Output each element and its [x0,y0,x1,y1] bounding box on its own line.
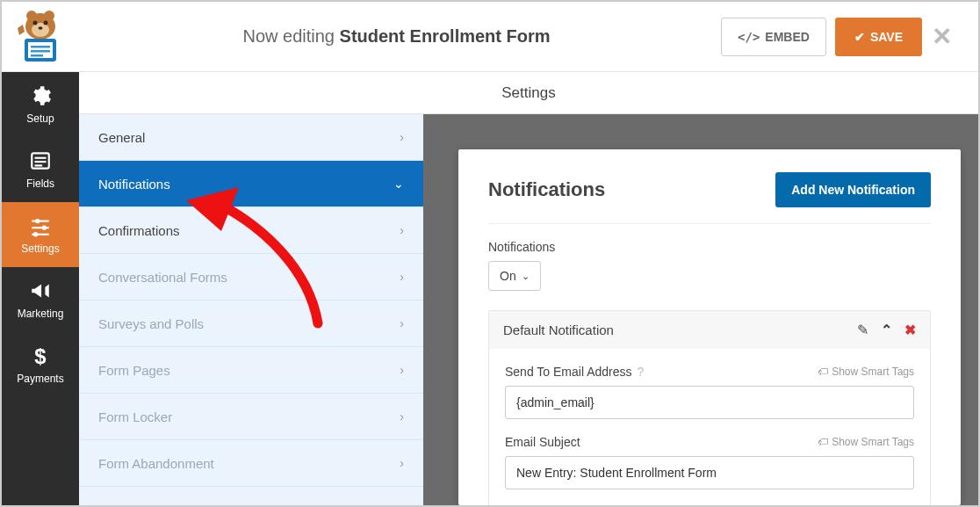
settings-item-form-pages[interactable]: Form Pages› [79,347,423,394]
svg-point-4 [33,20,38,25]
chevron-right-icon: › [400,270,404,284]
page-title: Now editing Student Enrollment Form [72,26,721,47]
smart-tags-link[interactable]: 🏷Show Smart Tags [818,436,914,448]
chevron-right-icon: › [400,409,404,424]
check-icon: ✔ [854,30,865,44]
left-nav: Setup Fields Settings Marketing $ Paymen… [2,72,79,505]
edit-icon[interactable]: ✎ [857,322,868,338]
notifications-toggle[interactable]: On ⌄ [488,261,541,291]
smart-tags-link[interactable]: 🏷Show Smart Tags [818,366,914,378]
collapse-icon[interactable]: ⌃ [881,322,892,338]
svg-text:$: $ [34,344,46,367]
settings-item-form-abandonment[interactable]: Form Abandonment› [79,440,423,487]
svg-rect-10 [31,50,50,53]
settings-item-conversational[interactable]: Conversational Forms› [79,254,423,301]
delete-icon[interactable]: ✖ [904,322,916,338]
card-title: Default Notification [503,322,614,337]
app-logo [9,5,72,69]
svg-point-1 [26,11,37,21]
section-heading: Settings [79,72,978,114]
svg-point-5 [44,20,48,25]
chevron-right-icon: › [400,363,404,377]
svg-rect-11 [31,54,43,57]
svg-point-3 [32,23,49,37]
close-icon[interactable]: ✕ [922,22,961,51]
form-name: Student Enrollment Form [340,26,551,46]
settings-item-confirmations[interactable]: Confirmations› [79,207,423,254]
nav-marketing[interactable]: Marketing [2,267,79,332]
settings-item-surveys[interactable]: Surveys and Polls› [79,301,423,347]
send-to-input[interactable] [505,386,914,419]
help-icon[interactable]: ? [638,365,645,379]
svg-point-2 [44,11,54,21]
svg-point-6 [39,26,43,30]
save-button[interactable]: ✔ SAVE [835,18,922,56]
notifications-toggle-label: Notifications [488,240,931,254]
subject-input[interactable] [505,456,914,489]
chevron-right-icon: › [400,456,404,470]
subject-label: Email Subject [505,435,580,449]
chevron-right-icon: › [400,316,404,330]
send-to-label: Send To Email Address [505,365,632,379]
sliders-icon [29,214,52,237]
settings-item-general[interactable]: General› [79,114,423,161]
chevron-right-icon: › [400,223,404,237]
panel-title: Notifications [488,178,605,201]
settings-item-form-locker[interactable]: Form Locker› [79,394,423,440]
list-icon [29,149,52,172]
svg-point-17 [35,219,40,223]
settings-menu[interactable]: General› Notifications⌄ Confirmations› C… [79,114,423,505]
settings-item-notifications[interactable]: Notifications⌄ [79,161,423,207]
nav-fields[interactable]: Fields [2,137,79,202]
editing-prefix: Now editing [242,26,339,46]
svg-point-21 [33,232,38,236]
dollar-icon: $ [29,344,52,367]
bullhorn-icon [29,279,52,302]
embed-button[interactable]: </> EMBED [721,18,826,56]
chevron-down-icon: ⌄ [522,271,530,282]
code-icon: </> [738,30,760,44]
chevron-right-icon: › [400,130,404,144]
chevron-down-icon: ⌄ [393,177,404,191]
svg-rect-9 [31,46,50,48]
nav-settings[interactable]: Settings [2,202,79,267]
tag-icon: 🏷 [818,436,828,448]
gear-icon [29,84,52,107]
nav-payments[interactable]: $ Payments [2,332,79,397]
tag-icon: 🏷 [818,366,828,378]
nav-setup[interactable]: Setup [2,72,79,137]
add-notification-button[interactable]: Add New Notification [775,172,931,207]
svg-point-19 [42,225,47,229]
notification-card: Default Notification ✎ ⌃ ✖ Send To Email… [488,310,931,505]
content-area: Notifications Add New Notification Notif… [423,114,978,505]
